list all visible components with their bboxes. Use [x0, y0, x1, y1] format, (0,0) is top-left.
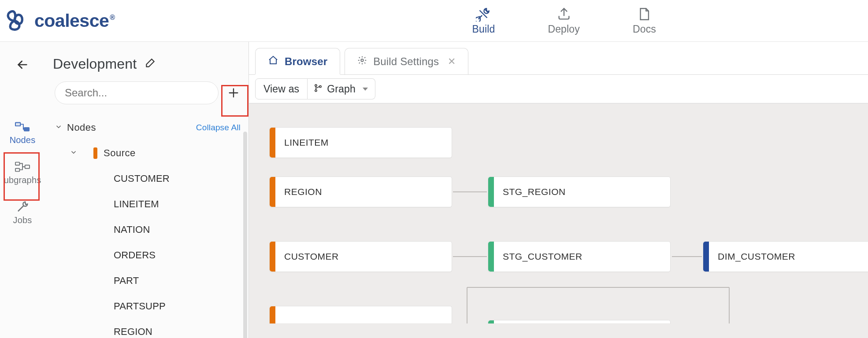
node-partial-1[interactable] [269, 306, 452, 323]
svg-point-9 [319, 85, 321, 87]
node-stg-customer[interactable]: STG_CUSTOMER [488, 241, 671, 272]
close-icon[interactable]: ✕ [448, 56, 456, 67]
branch-icon [314, 83, 323, 95]
svg-rect-4 [15, 169, 19, 172]
collapse-all[interactable]: Collapse All [196, 123, 241, 132]
nav-build-label: Build [472, 23, 495, 35]
node-dim-customer-label: DIM_CUSTOMER [709, 251, 795, 262]
home-icon [268, 55, 278, 68]
tree-item-partsupp[interactable]: PARTSUPP [53, 294, 244, 319]
svg-point-7 [315, 84, 317, 86]
nav-build[interactable]: Build [472, 7, 495, 35]
tab-build-settings[interactable]: Build Settings ✕ [345, 48, 468, 74]
svg-rect-3 [15, 162, 19, 165]
tree-item-lineitem[interactable]: LINEITEM [53, 191, 244, 217]
viewas-select[interactable]: Graph [308, 78, 375, 99]
rail-nodes[interactable]: Nodes [10, 120, 36, 145]
node-stg-customer-label: STG_CUSTOMER [494, 251, 582, 262]
search-input[interactable] [55, 81, 219, 104]
tree-item-customer[interactable]: CUSTOMER [53, 166, 244, 191]
tree-item-part[interactable]: PART [53, 268, 244, 294]
rail-nodes-label: Nodes [10, 135, 36, 145]
back-button[interactable] [15, 58, 30, 73]
nav-deploy-label: Deploy [548, 23, 580, 35]
nav-docs-label: Docs [633, 23, 656, 35]
svg-rect-2 [24, 128, 29, 131]
chevron-down-icon [53, 122, 64, 133]
viewas-label: View as [255, 78, 308, 99]
nav-docs[interactable]: Docs [633, 7, 656, 35]
node-stg-region[interactable]: STG_REGION [488, 176, 671, 207]
add-button[interactable] [223, 82, 244, 103]
brand-logo-icon [2, 8, 27, 33]
node-partial-2[interactable] [488, 320, 671, 323]
tree-item-nation[interactable]: NATION [53, 217, 244, 242]
tab-browser-label: Browser [285, 55, 327, 68]
svg-rect-5 [25, 165, 30, 169]
node-customer-label: CUSTOMER [275, 251, 339, 262]
node-region[interactable]: REGION [269, 176, 452, 207]
tree-item-region[interactable]: REGION [53, 319, 244, 338]
brand-wordmark: coalesce® [34, 11, 114, 31]
node-lineitem-label: LINEITEM [275, 137, 329, 148]
viewas-value: Graph [327, 83, 356, 95]
rail-subgraphs[interactable]: ubgraphs [4, 160, 41, 185]
node-lineitem[interactable]: LINEITEM [269, 127, 452, 158]
rail-subgraphs-label: ubgraphs [4, 175, 41, 185]
tree-group-label: Source [104, 147, 136, 159]
tree-item-orders[interactable]: ORDERS [53, 242, 244, 268]
node-customer[interactable]: CUSTOMER [269, 241, 452, 272]
nav-deploy[interactable]: Deploy [548, 7, 580, 35]
tree-group-source[interactable]: Source [53, 140, 244, 166]
tree-root-label: Nodes [67, 122, 96, 133]
tree-root[interactable]: Nodes Collapse All [53, 115, 244, 140]
node-dim-customer[interactable]: DIM_CUSTOMER [703, 241, 868, 272]
tab-browser[interactable]: Browser [255, 48, 340, 74]
node-stg-region-label: STG_REGION [494, 187, 566, 197]
svg-point-6 [361, 59, 364, 62]
rail-jobs[interactable]: Jobs [13, 200, 32, 225]
chevron-down-icon [68, 147, 79, 159]
svg-rect-0 [15, 123, 20, 126]
node-region-label: REGION [275, 187, 322, 197]
rail-jobs-label: Jobs [13, 215, 32, 225]
gear-icon [357, 55, 367, 68]
svg-point-8 [315, 89, 317, 91]
tab-settings-label: Build Settings [373, 55, 439, 68]
source-color-icon [93, 147, 97, 159]
